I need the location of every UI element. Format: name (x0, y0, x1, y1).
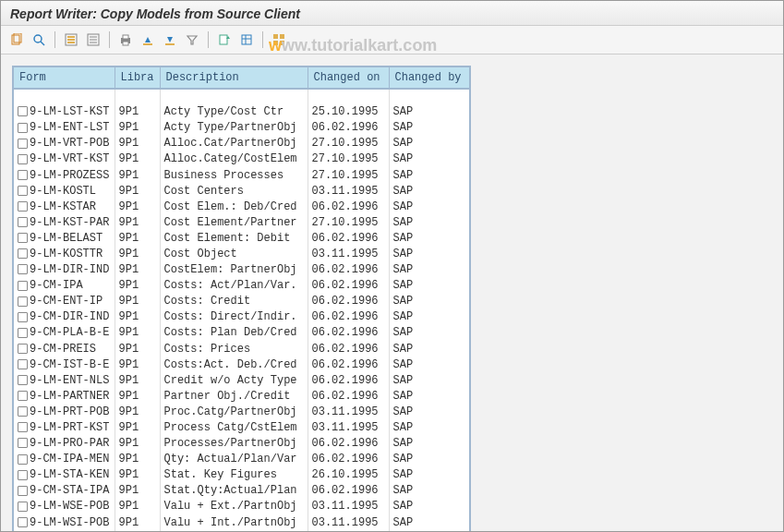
col-changed-by[interactable]: Changed by (389, 66, 470, 89)
cell-changed-by: SAP (389, 452, 470, 467)
row-checkbox[interactable] (18, 186, 28, 196)
cell-description: Process Catg/CstElem (160, 420, 308, 436)
cell-changed-by: SAP (389, 405, 470, 420)
row-checkbox[interactable] (18, 312, 28, 322)
cell-library: 9P1 (115, 184, 160, 200)
table-row[interactable]: 9-CM-STA-IPA9P1Stat.Qty:Actual/Plan06.02… (13, 483, 470, 499)
row-checkbox[interactable] (18, 154, 28, 164)
cell-changed-on: 27.10.1995 (308, 215, 389, 231)
row-checkbox[interactable] (18, 438, 28, 448)
table-row[interactable]: 9-CM-DIR-IND9P1Costs: Direct/Indir.06.02… (13, 309, 470, 325)
svg-rect-26 (280, 34, 284, 39)
table-row[interactable]: 9-CM-PREIS9P1Costs: Prices06.02.1996SAP (13, 342, 470, 357)
col-description[interactable]: Description (160, 66, 308, 89)
row-checkbox[interactable] (18, 217, 28, 227)
cell-description: Costs: Credit (160, 294, 308, 309)
row-checkbox[interactable] (18, 264, 28, 274)
cell-form: 9-LM-BELAST (30, 232, 103, 245)
table-row[interactable]: 9-LM-STA-KEN9P1Stat. Key Figures26.10.19… (13, 467, 470, 483)
cell-library: 9P1 (115, 342, 160, 357)
table-row[interactable]: 9-CM-PLA-B-E9P1Costs: Plan Deb/Cred06.02… (13, 325, 470, 341)
cell-changed-on: 06.02.1996 (308, 231, 389, 247)
grid-icon[interactable] (269, 30, 289, 50)
row-checkbox[interactable] (18, 233, 28, 243)
table-row[interactable]: 9-LM-LST-KST9P1Acty Type/Cost Ctr25.10.1… (13, 104, 470, 120)
row-checkbox[interactable] (18, 106, 28, 116)
deselect-all-icon[interactable] (83, 30, 103, 50)
row-checkbox[interactable] (18, 375, 28, 385)
cell-changed-on: 06.02.1996 (308, 452, 389, 467)
cell-changed-on: 06.02.1996 (308, 200, 389, 215)
export-icon[interactable] (214, 30, 235, 50)
cell-description: Qty: Actual/Plan/Var (160, 452, 308, 467)
row-checkbox[interactable] (18, 359, 28, 369)
table-row[interactable]: 9-LM-PRT-POB9P1Proc.Catg/PartnerObj03.11… (13, 405, 470, 420)
col-changed-on[interactable]: Changed on (308, 66, 389, 89)
table-row[interactable]: 9-LM-BELAST9P1Cost Element: Debit06.02.1… (13, 231, 470, 247)
table-row[interactable]: 9-LM-ENT-NLS9P1Credit w/o Acty Type06.02… (13, 373, 470, 389)
cell-library: 9P1 (115, 420, 160, 436)
table-row[interactable]: 9-LM-WSE-POB9P1Valu + Ext./PartnObj03.11… (13, 499, 470, 514)
row-checkbox[interactable] (18, 517, 28, 527)
cell-library: 9P1 (115, 167, 160, 183)
page-title: Report Writer: Copy Models from Source C… (1, 1, 783, 26)
cell-library: 9P1 (115, 452, 160, 467)
sort-desc-icon[interactable] (160, 30, 180, 50)
sort-asc-icon[interactable] (138, 30, 158, 50)
col-form[interactable]: Form (13, 66, 115, 89)
svg-rect-6 (67, 39, 75, 41)
row-checkbox[interactable] (18, 201, 28, 212)
row-checkbox[interactable] (18, 422, 28, 432)
row-checkbox[interactable] (18, 454, 28, 465)
cell-description: Credit w/o Acty Type (160, 373, 308, 389)
table-row[interactable]: 9-LM-KST-PAR9P1Cost Element/Partner27.10… (13, 215, 470, 231)
cell-changed-by: SAP (389, 120, 470, 136)
cell-changed-on: 03.11.1995 (308, 405, 389, 420)
table-row[interactable]: 9-CM-ENT-IP9P1Costs: Credit06.02.1996SAP (13, 294, 470, 309)
cell-changed-by: SAP (389, 389, 470, 405)
print-icon[interactable] (115, 30, 136, 50)
cell-changed-on: 06.02.1996 (308, 325, 389, 341)
table-row[interactable]: 9-LM-KOSTL9P1Cost Centers03.11.1995SAP (13, 184, 470, 200)
row-checkbox[interactable] (18, 170, 28, 180)
table-row[interactable]: 9-LM-VRT-KST9P1Alloc.Categ/CostElem27.10… (13, 151, 470, 167)
table-row[interactable]: 9-CM-IPA9P1Costs: Act/Plan/Var.06.02.199… (13, 278, 470, 294)
cell-changed-by: SAP (389, 515, 470, 532)
layout-icon[interactable] (236, 30, 257, 50)
row-checkbox[interactable] (18, 502, 28, 512)
table-row[interactable]: 9-LM-ENT-LST9P1Acty Type/PartnerObj06.02… (13, 120, 470, 136)
table-row[interactable]: 9-LM-WSI-POB9P1Valu + Int./PartnObj03.11… (13, 515, 470, 532)
cell-form: 9-LM-VRT-POB (30, 137, 109, 150)
table-row[interactable]: 9-LM-VRT-POB9P1Alloc.Cat/PartnerObj27.10… (13, 136, 470, 151)
row-checkbox[interactable] (18, 470, 28, 480)
row-checkbox[interactable] (18, 248, 28, 259)
row-checkbox[interactable] (18, 391, 28, 401)
copy-icon[interactable] (6, 30, 27, 50)
table-row[interactable]: 9-LM-KSTAR9P1Cost Elem.: Deb/Cred06.02.1… (13, 200, 470, 215)
table-row[interactable]: 9-LM-PROZESS9P1Business Processes27.10.1… (13, 167, 470, 183)
table-row[interactable]: 9-LM-PRO-PAR9P1Processes/PartnerObj06.02… (13, 436, 470, 452)
cell-changed-on: 27.10.1995 (308, 151, 389, 167)
row-checkbox[interactable] (18, 296, 28, 307)
header-row: Form Libra Description Changed on Change… (13, 66, 470, 89)
row-checkbox[interactable] (18, 406, 28, 417)
table-row[interactable]: 9-CM-IPA-MEN9P1Qty: Actual/Plan/Var06.02… (13, 452, 470, 467)
table-row[interactable]: 9-LM-PRT-KST9P1Process Catg/CstElem03.11… (13, 420, 470, 436)
table-row[interactable]: 9-CM-IST-B-E9P1Costs:Act. Deb./Cred06.02… (13, 357, 470, 373)
row-checkbox[interactable] (18, 486, 28, 496)
details-icon[interactable] (29, 30, 49, 50)
row-checkbox[interactable] (18, 344, 28, 354)
table-row[interactable]: 9-LM-PARTNER9P1Partner Obj./Credit06.02.… (13, 389, 470, 405)
select-all-icon[interactable] (61, 30, 81, 50)
table-row[interactable]: 9-LM-DIR-IND9P1CostElem: PartnerObj06.02… (13, 262, 470, 278)
row-checkbox[interactable] (18, 139, 28, 149)
row-checkbox[interactable] (18, 123, 28, 133)
table-row[interactable]: 9-LM-KOSTTR9P1Cost Object03.11.1995SAP (13, 247, 470, 262)
row-checkbox[interactable] (18, 328, 28, 338)
row-checkbox[interactable] (18, 281, 28, 291)
col-library[interactable]: Libra (115, 66, 160, 89)
filter-icon[interactable] (182, 30, 202, 50)
cell-changed-by: SAP (389, 342, 470, 357)
cell-description: Cost Elem.: Deb/Cred (160, 200, 308, 215)
cell-description: Costs:Act. Deb./Cred (160, 357, 308, 373)
